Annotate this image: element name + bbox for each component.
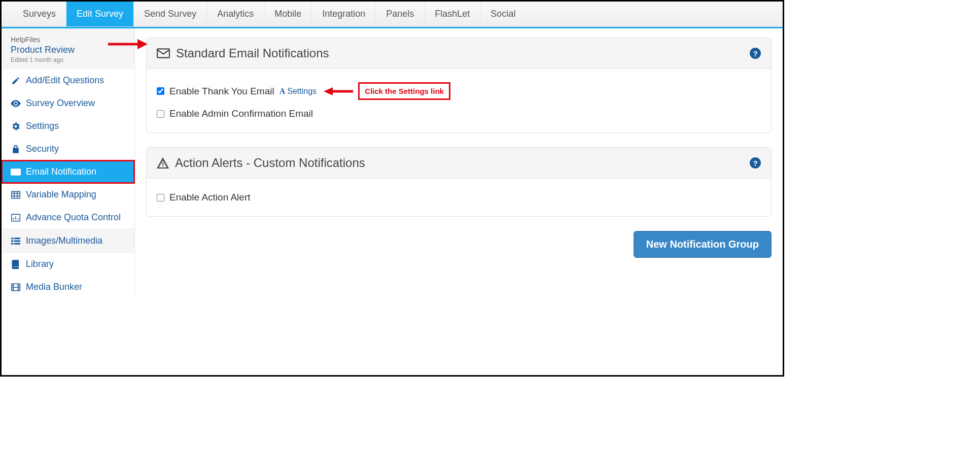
nav-panels[interactable]: Panels [376,2,425,26]
sidebar-item-email-notification[interactable]: Email Notification [2,160,134,183]
svg-rect-10 [11,238,14,239]
label-admin-confirmation-email: Enable Admin Confirmation Email [169,108,313,119]
annotation-text: Click the Settings link [365,87,444,95]
panel-title: Standard Email Notifications [176,46,744,60]
sidebar-item-label: Settings [26,121,59,131]
settings-link-text: Settings [287,87,317,96]
arrow-to-checkbox [107,38,148,50]
svg-rect-14 [11,243,14,244]
sidebar-item-images-multimedia[interactable]: Images/Multimedia [2,229,134,253]
sidebar-item-settings[interactable]: Settings [2,115,134,138]
sidebar-item-variable-mapping[interactable]: Variable Mapping [2,183,134,206]
warning-icon [157,157,169,168]
help-icon[interactable]: ? [750,48,761,59]
table-icon [11,190,21,200]
panel-title: Action Alerts - Custom Notifications [175,156,744,170]
nav-integration[interactable]: Integration [312,2,376,26]
nav-analytics[interactable]: Analytics [207,2,264,26]
sidebar-item-security[interactable]: Security [2,138,134,160]
sidebar-item-label: Security [26,144,59,154]
sidebar-item-library[interactable]: Library [2,253,134,276]
panel-standard-email-notifications: Standard Email Notifications ? Enable Th… [146,38,772,133]
edited-label: Edited 1 month ago [11,56,125,63]
label-thank-you-email: Enable Thank You Email [169,86,274,97]
sidebar-item-advance-quota-control[interactable]: Advance Quota Control [2,206,134,229]
svg-rect-12 [11,240,14,242]
nav-social[interactable]: Social [480,2,526,26]
svg-rect-15 [14,243,20,244]
row-thank-you-email: Enable Thank You Email A Settings C [157,78,761,104]
sidebar-item-survey-overview[interactable]: Survey Overview [2,92,134,115]
nav-edit-survey[interactable]: Edit Survey [66,2,134,26]
panel-head-alerts: Action Alerts - Custom Notifications ? [147,148,771,179]
action-row: New Notification Group [146,231,772,258]
svg-marker-25 [137,39,148,49]
sidebar-item-media-bunker[interactable]: Media Bunker [2,276,134,298]
gears-icon [11,121,21,131]
nav-mobile[interactable]: Mobile [264,2,312,26]
edit-icon [11,76,21,86]
settings-link[interactable]: A Settings [279,87,317,96]
film-icon [11,282,21,292]
main-content: Standard Email Notifications ? Enable Th… [135,28,783,298]
envelope-icon [11,167,21,177]
checkbox-action-alert[interactable] [157,194,164,201]
sidebar-item-label: Images/Multimedia [26,235,102,246]
nav-send-survey[interactable]: Send Survey [134,2,207,26]
arrow-to-settings [324,86,353,96]
sidebar-item-label: Library [26,259,54,269]
list-icon [11,236,21,246]
svg-marker-26 [324,87,333,95]
panel-action-alerts: Action Alerts - Custom Notifications ? E… [146,147,772,217]
checkbox-admin-confirmation-email[interactable] [157,110,164,118]
sidebar-item-add-edit-questions[interactable]: Add/Edit Questions [2,69,134,92]
book-icon [11,259,21,269]
sidebar-item-label: Survey Overview [26,98,95,109]
envelope-solid-icon [157,48,170,58]
panel-head-standard: Standard Email Notifications ? [147,38,771,69]
row-admin-confirmation-email: Enable Admin Confirmation Email [157,104,761,123]
sidebar-item-label: Media Bunker [26,282,82,292]
checkbox-thank-you-email[interactable] [157,87,164,95]
new-notification-group-button[interactable]: New Notification Group [634,231,772,258]
top-nav: Surveys Edit Survey Send Survey Analytic… [2,2,783,27]
sidebar-item-label: Email Notification [26,166,96,177]
sidebar-item-label: Variable Mapping [26,189,96,200]
help-icon[interactable]: ? [750,157,761,168]
label-action-alert: Enable Action Alert [169,192,251,203]
font-icon: A [279,87,286,96]
sidebar: HelpFiles Product Review Edited 1 month … [2,28,135,298]
row-action-alert: Enable Action Alert [157,188,761,207]
eye-icon [11,98,21,109]
sidebar-item-label: Advance Quota Control [26,212,121,223]
nav-flashlet[interactable]: FlashLet [425,2,480,26]
panel-body-alerts: Enable Action Alert [147,179,771,216]
annotation-callout: Click the Settings link [358,82,450,100]
barchart-icon [11,213,21,223]
sidebar-item-label: Add/Edit Questions [26,75,104,86]
nav-surveys[interactable]: Surveys [13,2,66,26]
svg-rect-11 [14,238,20,239]
panel-body-standard: Enable Thank You Email A Settings C [147,69,771,132]
lock-icon [11,144,21,154]
svg-rect-13 [14,240,20,242]
svg-rect-1 [12,191,20,198]
